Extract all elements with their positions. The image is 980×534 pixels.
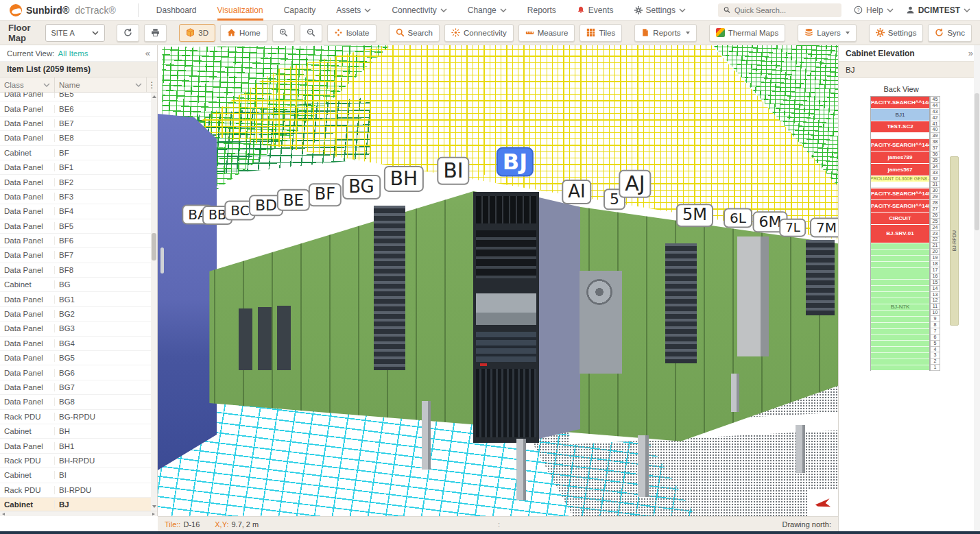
connectivity-button[interactable]: Connectivity [444,24,514,42]
column-header-name[interactable]: Name [55,77,146,92]
elevation-item[interactable]: CIRCUIT [871,213,929,225]
expand-panel-icon[interactable]: » [968,48,973,58]
elevation-item[interactable]: BJ-SRV-01 [871,225,929,243]
zoom-out-button[interactable] [300,24,322,42]
3d-toggle-button[interactable]: 3D [179,24,215,42]
table-row[interactable]: Rack PDUBI-RPDU [0,483,151,498]
elevation-item[interactable]: CAPACITY-SEARCH^^14453 [871,97,929,109]
current-view-value[interactable]: All Items [58,49,88,58]
table-row[interactable]: Data PanelBF6 [0,234,151,248]
nav-settings[interactable]: Settings [634,0,686,21]
reports-button[interactable]: Reports [634,24,696,42]
home-button[interactable]: Home [220,24,267,42]
table-row[interactable]: CabinetBI [0,468,151,483]
site-selector[interactable]: SITE A [45,24,106,42]
tiles-button[interactable]: Tiles [579,24,622,42]
measure-button[interactable]: Measure [518,24,575,42]
table-row[interactable]: Data PanelBG1 [0,292,151,306]
elevation-item[interactable]: james567 [871,164,929,176]
scroll-down-icon[interactable] [152,505,156,508]
thermal-maps-button[interactable]: Thermal Maps [709,24,786,42]
scrollbar-thumb[interactable] [152,233,156,260]
nav-connectivity[interactable]: Connectivity [392,0,446,21]
selected-cabinet-3d[interactable] [473,192,539,443]
table-row[interactable]: Data PanelBG6 [0,365,151,380]
vertical-scrollbar[interactable] [151,93,157,511]
nav-assets[interactable]: Assets [336,0,371,21]
nav-visualization[interactable]: Visualization [217,0,263,21]
table-row[interactable]: Data PanelBG3 [0,321,151,336]
nav-change[interactable]: Change [468,0,507,21]
table-row[interactable]: CabinetBH [0,424,151,439]
table-row[interactable]: CabinetBG [0,278,151,292]
column-menu-icon[interactable]: ⋮ [146,77,157,92]
scroll-left-icon[interactable] [2,513,5,515]
scroll-up-icon[interactable] [152,95,156,98]
refresh-button[interactable] [117,24,139,42]
scroll-right-icon[interactable] [152,513,155,515]
cabinet-label-BF[interactable]: BF [309,183,342,206]
cabinet-label-AI[interactable]: AI [562,180,591,204]
user-menu[interactable]: DCIMTEST [906,0,970,21]
elevation-item[interactable]: BJ-N7K [871,243,929,372]
layers-button[interactable]: Layers [798,24,857,42]
elevation-item[interactable]: CAPACITY-SEARCH^^14001 [871,200,929,213]
column-header-class[interactable]: Class [0,77,55,92]
sync-button[interactable]: Sync [928,24,972,42]
table-row[interactable]: CabinetBF [0,146,151,160]
table-row[interactable]: Data PanelBF7 [0,248,151,263]
table-row[interactable]: Data PanelBG5 [0,351,151,365]
horizontal-scrollbar[interactable] [0,511,157,516]
elevation-item[interactable]: TEST-SC2 [871,121,929,134]
nav-events[interactable]: Events [577,0,614,21]
table-row[interactable]: Data PanelBG4 [0,337,151,351]
cabinet-label-BH[interactable]: BH [384,166,424,192]
table-row[interactable]: Data PanelBF3 [0,190,151,204]
cabinet-label-7L[interactable]: 7L [779,219,806,237]
floor-map-3d-viewport[interactable]: BABBBCBDBEBFBGBHBIBJAI5AJ5M6L6M7L7M [158,45,838,516]
table-row[interactable]: Data PanelBG2 [0,307,151,321]
cabinet-label-7M[interactable]: 7M [810,218,838,238]
cabinet-label-BJ[interactable]: BJ [497,147,534,177]
elevation-item[interactable]: BJ1 [871,109,929,121]
nav-dashboard[interactable]: Dashboard [156,0,197,21]
nav-capacity[interactable]: Capacity [284,0,316,21]
elevation-item[interactable]: CAPACITY-SEARCH^^14452 [871,139,929,151]
isolate-button[interactable]: Isolate [327,24,377,42]
elevation-item[interactable]: PROLIANT DL360E GEN8 - [871,176,929,182]
table-row[interactable]: Data PanelBG8 [0,395,151,409]
elevation-item[interactable]: CAPACITY-SEARCH^^14002 [871,189,929,201]
cabinet-label-5M[interactable]: 5M [676,204,713,227]
help-menu[interactable]: ? Help [854,0,894,21]
panel-scrollbar[interactable] [974,45,980,534]
table-row[interactable]: Data PanelBF1 [0,160,151,175]
cabinet-label-BI[interactable]: BI [437,157,469,185]
table-row[interactable]: Data PanelBF4 [0,204,151,219]
cabinet-label-6L[interactable]: 6L [724,208,752,228]
table-row[interactable]: Data PanelBE8 [0,131,151,145]
table-row[interactable]: Data PanelBF8 [0,263,151,278]
scrollbar-thumb[interactable] [975,93,979,230]
table-row[interactable]: Rack PDUBG-RPDU [0,410,151,424]
settings-button[interactable]: Settings [869,24,924,42]
table-row[interactable]: Data PanelBE7 [0,117,151,131]
zoom-in-button[interactable] [272,24,295,42]
table-row[interactable]: Data PanelBH1 [0,439,151,453]
vertical-pdu[interactable]: BJ-RPDU [950,156,959,326]
elevation-item[interactable]: james789 [871,151,929,164]
print-button[interactable] [144,24,167,42]
table-row[interactable]: Data PanelBE5 [0,93,151,101]
table-row[interactable]: Rack PDUBH-RPDU [0,454,151,468]
cabinet-label-AJ[interactable]: AJ [619,170,651,198]
quick-search-input[interactable] [734,6,836,14]
table-row[interactable]: Data PanelBF5 [0,219,151,234]
cabinet-label-BG[interactable]: BG [342,175,381,199]
table-row[interactable]: CabinetBJ [0,498,151,511]
search-button[interactable]: Search [389,24,440,42]
table-row[interactable]: Data PanelBE6 [0,101,151,116]
table-row[interactable]: Data PanelBF2 [0,175,151,189]
cabinet-label-BE[interactable]: BE [277,189,310,211]
collapse-sidebar-icon[interactable]: « [145,48,150,58]
nav-reports[interactable]: Reports [527,0,556,21]
table-row[interactable]: Data PanelBG7 [0,380,151,395]
